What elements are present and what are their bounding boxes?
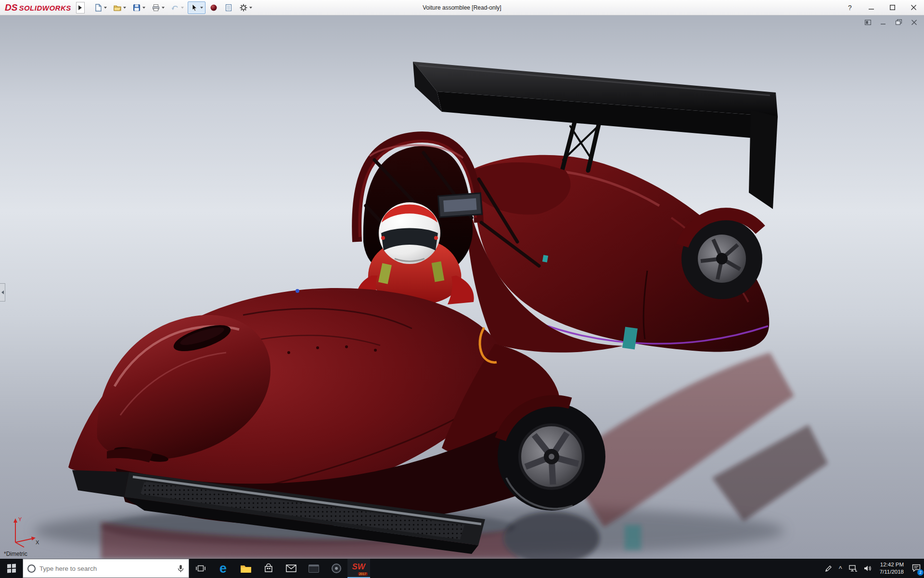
action-center-button[interactable]: 2 <box>909 559 924 578</box>
chevron-down-icon <box>181 7 184 9</box>
minimize-icon <box>869 5 874 10</box>
task-view-icon <box>196 565 205 572</box>
close-button[interactable] <box>903 0 924 15</box>
chevron-down-icon <box>162 7 165 9</box>
chevron-down-icon <box>123 7 126 9</box>
new-document-icon <box>94 3 103 12</box>
chevron-down-icon <box>142 7 145 9</box>
undo-button[interactable] <box>168 1 186 14</box>
solidworks-icon: SW 2017 <box>352 562 366 575</box>
volume-button[interactable] <box>860 559 875 578</box>
options-button[interactable] <box>237 1 255 14</box>
taskbar-app-mail[interactable] <box>280 559 302 578</box>
windows-ink-button[interactable] <box>821 559 835 578</box>
logo-name-text: SOLIDWORKS <box>19 4 71 12</box>
document-title: Voiture assomblee [Read-only] <box>423 4 501 11</box>
taskbar-clock[interactable]: 12:42 PM 7/11/2018 <box>875 561 909 576</box>
doc-minimize-button[interactable] <box>878 18 888 26</box>
taskbar-app-console[interactable] <box>302 559 325 578</box>
triad-y-label: Y <box>18 516 22 522</box>
pen-icon <box>825 565 832 572</box>
document-properties-button[interactable] <box>222 1 235 14</box>
cortana-icon <box>27 565 36 573</box>
speaker-icon <box>864 565 872 572</box>
task-view-button[interactable] <box>189 559 212 578</box>
chevron-down-icon <box>200 7 203 9</box>
menu-flyout-button[interactable] <box>76 2 85 13</box>
dock-icon <box>865 20 871 25</box>
taskbar-app-edge[interactable]: e <box>212 559 234 578</box>
document-window-controls <box>862 18 919 26</box>
chevron-up-icon: ^ <box>839 565 842 573</box>
app-window-controls: ? <box>839 0 924 15</box>
edge-icon: e <box>219 562 227 575</box>
close-icon <box>911 20 917 25</box>
save-floppy-icon <box>132 3 141 12</box>
taskbar-app-solidworks[interactable]: SW 2017 <box>347 559 370 578</box>
taskbar-app-media-player[interactable] <box>325 559 347 578</box>
rearview-mirror[interactable] <box>438 193 482 217</box>
taskbar-app-file-explorer[interactable] <box>234 559 257 578</box>
close-icon <box>911 5 916 10</box>
maximize-icon <box>890 5 895 10</box>
triad-x-label: X <box>36 539 39 545</box>
logo-ds-text: DS <box>5 2 17 13</box>
print-icon <box>152 3 160 12</box>
notification-badge: 2 <box>917 569 924 576</box>
open-folder-icon <box>113 3 122 12</box>
start-button[interactable] <box>0 559 23 578</box>
new-document-button[interactable] <box>91 1 109 14</box>
select-tool-button[interactable] <box>188 1 205 14</box>
maximize-button[interactable] <box>882 0 903 15</box>
titlebar: DS SOLIDWORKS <box>0 0 924 15</box>
microphone-icon[interactable] <box>177 565 184 573</box>
appearance-button[interactable] <box>207 1 220 14</box>
chevron-down-icon <box>249 7 252 9</box>
graphics-viewport[interactable]: Y X *Dimetric <box>0 15 924 559</box>
doc-close-button[interactable] <box>909 18 919 26</box>
taskbar-search-box[interactable] <box>23 559 189 578</box>
chevron-left-icon <box>1 290 4 294</box>
doc-dock-button[interactable] <box>862 18 873 26</box>
hidden-icons-button[interactable]: ^ <box>835 559 846 578</box>
windows-taskbar: e SW 2017 <box>0 559 924 578</box>
gear-icon <box>239 3 248 12</box>
help-button[interactable]: ? <box>839 0 860 15</box>
appearance-sphere-icon <box>209 3 218 12</box>
windows-logo-icon <box>7 564 16 573</box>
open-button[interactable] <box>111 1 128 14</box>
feature-manager-collapse-tab[interactable] <box>0 283 5 302</box>
flyout-arrow-icon <box>78 5 82 10</box>
microsoft-store-icon <box>264 564 273 573</box>
solidworks-logo: DS SOLIDWORKS <box>0 2 74 13</box>
console-icon <box>308 565 319 573</box>
file-explorer-icon <box>240 564 252 573</box>
rear-left-wheel[interactable] <box>498 401 605 511</box>
document-properties-icon <box>224 3 233 12</box>
orientation-triad[interactable]: Y X <box>8 514 42 549</box>
solidworks-icon-year: 2017 <box>358 572 368 576</box>
standard-toolbar <box>91 1 255 14</box>
undo-arrow-icon <box>171 3 180 12</box>
doc-restore-button[interactable] <box>893 18 904 26</box>
taskbar-app-store[interactable] <box>257 559 280 578</box>
clock-date: 7/11/2018 <box>880 568 904 576</box>
rear-right-wheel[interactable] <box>681 214 762 299</box>
network-icon <box>849 565 857 572</box>
car-assembly-model[interactable] <box>0 15 924 559</box>
chevron-down-icon <box>104 7 107 9</box>
mail-icon <box>286 565 296 572</box>
print-button[interactable] <box>149 1 167 14</box>
solidworks-icon-letters: SW <box>352 562 365 571</box>
clock-time: 12:42 PM <box>880 561 904 568</box>
minimize-button[interactable] <box>860 0 882 15</box>
wing-endplate <box>749 110 778 209</box>
restore-icon <box>896 19 902 25</box>
view-orientation-label: *Dimetric <box>4 551 27 557</box>
select-cursor-icon <box>190 3 199 12</box>
save-button[interactable] <box>130 1 148 14</box>
search-input[interactable] <box>39 565 173 572</box>
network-button[interactable] <box>846 559 860 578</box>
minimize-icon <box>880 20 886 25</box>
system-tray: ^ 12:42 PM 7/11/2018 <box>821 559 924 578</box>
